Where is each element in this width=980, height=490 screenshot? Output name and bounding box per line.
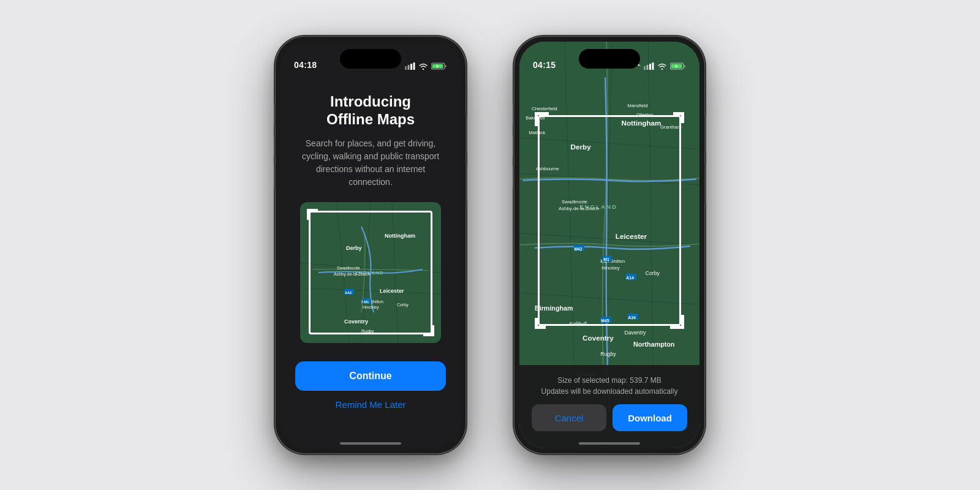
intro-title: Introducing Offline Maps — [326, 93, 415, 129]
download-info: Size of selected map: 539.7 MB Updates w… — [541, 375, 678, 397]
dynamic-island-2 — [579, 49, 640, 69]
svg-text:Hinckley: Hinckley — [363, 305, 379, 310]
wifi-icon — [418, 62, 428, 70]
svg-text:Mansfield: Mansfield — [627, 103, 647, 108]
download-buttons: Cancel Download — [532, 404, 687, 431]
svg-text:M1: M1 — [364, 300, 369, 304]
svg-text:Leicester: Leicester — [380, 288, 404, 294]
dynamic-island-1 — [340, 49, 401, 69]
svg-text:Rugby: Rugby — [600, 351, 616, 357]
phone1-content: Introducing Offline Maps Search for plac… — [281, 75, 461, 448]
wifi-icon-2 — [657, 62, 667, 70]
signal-icon — [405, 62, 415, 70]
svg-text:Daventry: Daventry — [624, 330, 646, 336]
svg-text:Ashby-de-la-Zouch: Ashby-de-la-Zouch — [334, 272, 370, 277]
intro-subtitle: Search for places, and get driving, cycl… — [295, 137, 446, 189]
home-indicator-1 — [340, 442, 401, 445]
map-selection-box — [538, 115, 681, 326]
svg-text:Northampton: Northampton — [633, 341, 674, 348]
corner-tr — [673, 112, 684, 123]
svg-text:Coventry: Coventry — [582, 334, 614, 342]
corner-bl — [535, 318, 546, 329]
time-2: 04:15 — [533, 60, 556, 70]
svg-rect-0 — [405, 66, 407, 70]
map-svg-1: Nottingham Derby ENGLAND Leicester Swadl… — [300, 202, 441, 343]
svg-text:Nottingham: Nottingham — [385, 233, 415, 239]
battery-icon — [431, 62, 447, 70]
cancel-button[interactable]: Cancel — [532, 404, 606, 431]
svg-text:Rugby: Rugby — [361, 329, 374, 334]
svg-text:Derby: Derby — [346, 245, 362, 251]
status-icons-1 — [405, 62, 447, 70]
download-panel: Size of selected map: 539.7 MB Updates w… — [519, 365, 699, 448]
home-indicator-2 — [579, 442, 640, 445]
map-preview: Nottingham Derby ENGLAND Leicester Swadl… — [300, 202, 441, 343]
map-update-text: Updates will be downloaded automatically — [541, 386, 678, 397]
svg-rect-3 — [413, 62, 415, 70]
svg-text:Coventry: Coventry — [344, 318, 368, 325]
time-1: 04:18 — [294, 60, 317, 70]
phone-2: Nottingham Derby ENGLAND Leicester Swadl… — [514, 37, 704, 453]
status-icons-2 — [633, 62, 686, 70]
svg-text:A42: A42 — [345, 291, 352, 295]
svg-text:Swadlincote: Swadlincote — [337, 266, 360, 270]
svg-rect-69 — [647, 65, 649, 70]
continue-button[interactable]: Continue — [295, 361, 446, 391]
svg-rect-70 — [649, 64, 651, 70]
svg-rect-68 — [644, 66, 646, 70]
map-size-text: Size of selected map: 539.7 MB — [541, 375, 678, 386]
svg-text:Chesterfield: Chesterfield — [532, 106, 557, 111]
svg-rect-71 — [652, 62, 654, 70]
svg-rect-2 — [410, 64, 412, 70]
download-button[interactable]: Download — [612, 404, 687, 431]
signal-icon-2 — [644, 62, 654, 70]
svg-text:Corby: Corby — [397, 303, 409, 307]
svg-rect-1 — [408, 65, 410, 70]
battery-icon-2 — [670, 62, 686, 70]
phone-1: 04:18 — [276, 37, 466, 453]
remind-later-button[interactable]: Remind Me Later — [335, 399, 405, 410]
